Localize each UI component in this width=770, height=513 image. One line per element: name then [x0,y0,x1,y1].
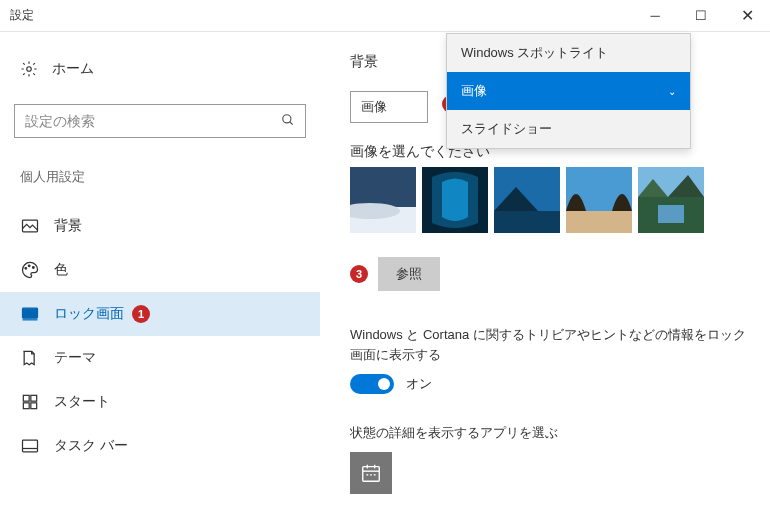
nav-label: テーマ [54,349,96,367]
home-label: ホーム [52,60,94,78]
svg-rect-28 [658,205,684,223]
section-title: 個人用設定 [0,160,320,194]
window-title: 設定 [0,7,632,24]
svg-rect-11 [23,403,29,409]
search-icon [281,113,295,130]
svg-point-6 [33,267,35,269]
lockscreen-icon [20,304,40,324]
maximize-button[interactable]: ☐ [678,0,724,32]
svg-rect-12 [31,403,37,409]
picture-icon [20,216,40,236]
svg-point-0 [27,67,32,72]
gear-icon [20,60,38,78]
thumbnail-1[interactable] [350,167,416,233]
search-input[interactable] [25,113,281,129]
trivia-toggle[interactable] [350,374,394,394]
thumbnail-4[interactable] [566,167,632,233]
background-section-label: 背景 [350,53,378,71]
svg-rect-29 [363,467,380,482]
nav-label: タスク バー [54,437,128,455]
start-icon [20,392,40,412]
chevron-down-icon: ⌄ [668,86,676,97]
nav-label: スタート [54,393,110,411]
svg-rect-10 [31,395,37,401]
svg-rect-15 [350,167,416,207]
toggle-state-label: オン [406,375,432,393]
calendar-icon [360,462,382,484]
window-controls: ─ ☐ ✕ [632,0,770,32]
svg-rect-9 [23,395,29,401]
sidebar-item-background[interactable]: 背景 [0,204,320,248]
sidebar: ホーム 個人用設定 背景 色 ロック画面 1 テーマ ス [0,32,320,513]
nav-label: 背景 [54,217,82,235]
sidebar-item-start[interactable]: スタート [0,380,320,424]
annotation-badge-1: 1 [132,305,150,323]
background-dropdown[interactable]: 画像 [350,91,428,123]
taskbar-icon [20,436,40,456]
theme-icon [20,348,40,368]
palette-icon [20,260,40,280]
sidebar-item-colors[interactable]: 色 [0,248,320,292]
browse-button[interactable]: 参照 [378,257,440,291]
sidebar-item-lockscreen[interactable]: ロック画面 1 [0,292,320,336]
svg-rect-23 [566,211,632,233]
search-box[interactable] [14,104,306,138]
close-button[interactable]: ✕ [724,0,770,32]
svg-rect-7 [23,308,38,318]
svg-point-4 [25,268,27,270]
svg-line-2 [290,121,293,124]
trivia-description: Windows と Cortana に関するトリビアやヒントなどの情報をロック画… [350,325,746,364]
status-app-tile[interactable] [350,452,392,494]
background-dropdown-menu: Windows スポットライト 画像 ⌄ スライドショー [446,33,691,149]
home-link[interactable]: ホーム [0,52,320,86]
svg-point-1 [283,114,291,122]
svg-rect-13 [23,440,38,452]
svg-point-5 [28,265,30,267]
image-thumbnails [350,167,746,233]
annotation-badge-3: 3 [350,265,368,283]
sidebar-item-taskbar[interactable]: タスク バー [0,424,320,468]
sidebar-item-themes[interactable]: テーマ [0,336,320,380]
thumbnail-3[interactable] [494,167,560,233]
svg-rect-20 [494,211,560,233]
option-label: 画像 [461,82,487,100]
dropdown-option-picture[interactable]: 画像 ⌄ [447,72,690,110]
status-apps-label: 状態の詳細を表示するアプリを選ぶ [350,424,746,442]
thumbnail-5[interactable] [638,167,704,233]
minimize-button[interactable]: ─ [632,0,678,32]
dropdown-option-slideshow[interactable]: スライドショー [447,110,690,148]
dropdown-option-spotlight[interactable]: Windows スポットライト [447,34,690,72]
dropdown-selected-label: 画像 [361,98,387,116]
nav-label: ロック画面 [54,305,124,323]
titlebar: 設定 ─ ☐ ✕ [0,0,770,32]
nav-label: 色 [54,261,68,279]
thumbnail-2[interactable] [422,167,488,233]
